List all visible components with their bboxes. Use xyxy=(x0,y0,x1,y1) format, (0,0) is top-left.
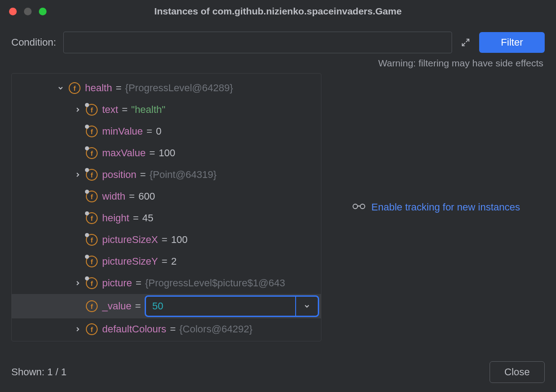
svg-point-3 xyxy=(360,204,365,209)
field-icon: f xyxy=(86,256,98,267)
var-value: {ProgressLevel@64289} xyxy=(125,82,233,94)
svg-line-1 xyxy=(462,43,465,46)
expand-icon[interactable] xyxy=(459,36,472,49)
field-icon: f xyxy=(86,212,98,224)
var-name: picture xyxy=(102,277,132,289)
tree-row-maxvalue[interactable]: f maxValue = 100 xyxy=(12,142,321,164)
field-icon: f xyxy=(86,169,98,181)
tree-row-text[interactable]: f text = "health" xyxy=(12,99,321,121)
value-editor-dropdown[interactable] xyxy=(295,297,318,316)
enable-tracking-label: Enable tracking for new instances xyxy=(372,201,520,213)
var-value: 600 xyxy=(138,191,155,202)
tree-row-width[interactable]: f width = 600 xyxy=(12,186,321,207)
var-name: minValue xyxy=(102,126,143,137)
condition-label: Condition: xyxy=(11,37,56,48)
field-icon: f xyxy=(86,126,98,137)
var-name: position xyxy=(102,169,137,181)
enable-tracking-link[interactable]: Enable tracking for new instances xyxy=(352,201,520,213)
var-name: defaultColours xyxy=(102,323,166,335)
var-value: 2 xyxy=(171,256,176,267)
tree-row-picture[interactable]: f picture = {ProgressLevel$picture$1@643 xyxy=(12,272,321,294)
var-value: {Colors@64292} xyxy=(179,323,253,335)
side-panel: Enable tracking for new instances xyxy=(327,73,545,341)
window-title: Instances of com.github.nizienko.spacein… xyxy=(0,6,556,17)
field-icon: f xyxy=(86,234,98,246)
filter-warning: Warning: filtering may have side effects xyxy=(0,55,556,73)
maximize-window-icon[interactable] xyxy=(39,8,47,15)
field-icon: f xyxy=(69,82,80,94)
titlebar: Instances of com.github.nizienko.spacein… xyxy=(0,0,556,23)
var-value: {ProgressLevel$picture$1@643 xyxy=(145,277,285,289)
var-name: _value xyxy=(102,300,132,312)
tree-row-position[interactable]: f position = {Point@64319} xyxy=(12,164,321,186)
var-value: 100 xyxy=(159,147,175,159)
tree-panel[interactable]: f health = {ProgressLevel@64289} f text … xyxy=(11,73,321,341)
tree-row-health[interactable]: f health = {ProgressLevel@64289} xyxy=(12,77,321,99)
field-icon: f xyxy=(86,323,98,335)
var-value: 0 xyxy=(156,126,161,137)
field-icon: f xyxy=(86,104,98,116)
filter-row: Condition: Filter xyxy=(0,23,556,55)
chevron-right-icon[interactable] xyxy=(72,171,83,178)
chevron-right-icon[interactable] xyxy=(72,326,83,333)
var-name: health xyxy=(85,82,112,94)
var-name: text xyxy=(102,104,118,116)
main-area: f health = {ProgressLevel@64289} f text … xyxy=(0,73,556,341)
close-window-icon[interactable] xyxy=(9,8,17,15)
glasses-icon xyxy=(352,202,366,213)
minimize-window-icon[interactable] xyxy=(24,8,32,15)
tree-row-value-editing[interactable]: f _value = xyxy=(12,294,321,318)
field-icon: f xyxy=(86,300,98,312)
var-value: {Point@64319} xyxy=(150,169,217,181)
tree-row-picturesizex[interactable]: f pictureSizeX = 100 xyxy=(12,229,321,251)
var-value: 100 xyxy=(171,234,188,246)
value-editor xyxy=(145,295,319,317)
svg-line-0 xyxy=(466,39,469,42)
footer: Shown: 1 / 1 Close xyxy=(0,353,556,392)
close-button[interactable]: Close xyxy=(490,361,545,383)
var-value: "health" xyxy=(131,104,165,116)
var-value: 45 xyxy=(142,212,153,224)
field-icon: f xyxy=(86,147,98,159)
var-name: pictureSizeY xyxy=(102,256,158,267)
var-name: width xyxy=(102,191,125,202)
tree-row-defaultcolours[interactable]: f defaultColours = {Colors@64292} xyxy=(12,318,321,340)
var-name: height xyxy=(102,212,129,224)
var-name: maxValue xyxy=(102,147,146,159)
svg-point-2 xyxy=(353,204,358,209)
filter-button[interactable]: Filter xyxy=(479,32,545,53)
value-editor-input[interactable] xyxy=(146,300,295,312)
chevron-right-icon[interactable] xyxy=(72,280,83,287)
tree-row-minvalue[interactable]: f minValue = 0 xyxy=(12,121,321,142)
field-icon: f xyxy=(86,191,98,202)
tree-row-height[interactable]: f height = 45 xyxy=(12,207,321,229)
chevron-right-icon[interactable] xyxy=(72,106,83,113)
shown-count: Shown: 1 / 1 xyxy=(11,366,66,378)
traffic-lights xyxy=(9,8,47,15)
condition-input[interactable] xyxy=(63,32,452,53)
tree-row-picturesizey[interactable]: f pictureSizeY = 2 xyxy=(12,251,321,272)
var-name: pictureSizeX xyxy=(102,234,158,246)
chevron-down-icon[interactable] xyxy=(55,84,66,92)
field-icon: f xyxy=(86,277,98,289)
